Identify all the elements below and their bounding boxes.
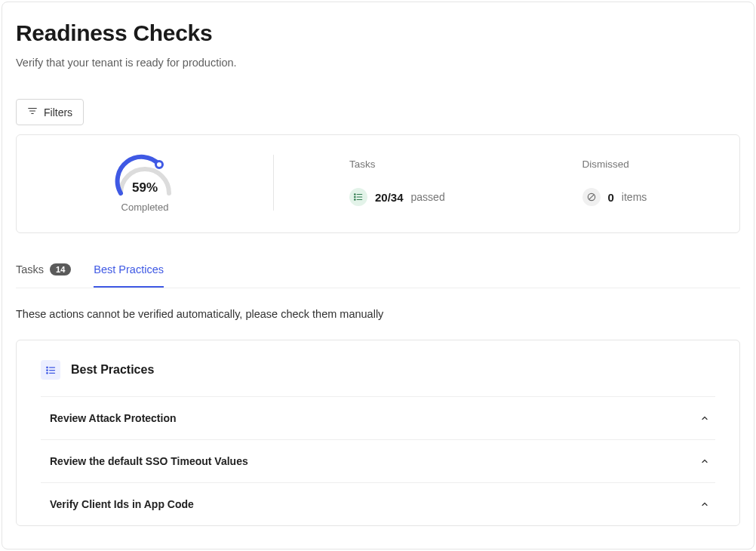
list-icon [41, 360, 60, 380]
chevron-up-icon [697, 454, 712, 469]
gauge-arc-icon [111, 152, 179, 197]
best-practices-description: These actions cannot be verified automat… [16, 308, 740, 320]
tab-tasks-label: Tasks [16, 263, 44, 276]
filters-label: Filters [44, 106, 72, 119]
list-item-label: Verify Client Ids in App Code [50, 498, 194, 510]
svg-point-3 [156, 162, 163, 168]
tasks-stat-label: Tasks [349, 159, 507, 170]
svg-point-17 [46, 372, 48, 374]
dismissed-stat-label: Dismissed [582, 159, 740, 170]
svg-point-15 [46, 367, 48, 368]
chevron-up-icon [697, 411, 712, 426]
svg-point-16 [46, 369, 48, 371]
svg-point-7 [355, 194, 355, 195]
svg-line-11 [589, 195, 593, 199]
chevron-up-icon [697, 497, 712, 512]
tasks-stat: Tasks 20/34 passed [274, 159, 507, 206]
list-item[interactable]: Verify Client Ids in App Code [41, 482, 715, 525]
tabs: Tasks 14 Best Practices [16, 263, 740, 288]
completed-label: Completed [121, 202, 169, 213]
list-item-label: Review Attack Protection [50, 412, 177, 424]
tab-best-label: Best Practices [94, 263, 164, 276]
dismissed-stat-value: 0 [608, 191, 614, 204]
tasks-stat-unit: passed [411, 191, 445, 203]
best-practices-card: Best Practices Review Attack Protection … [16, 340, 740, 526]
tasks-stat-value: 20/34 [375, 191, 404, 204]
dismissed-stat-unit: items [622, 191, 647, 203]
best-practices-section-title: Best Practices [71, 363, 154, 377]
list-item[interactable]: Review the default SSO Timeout Values [41, 439, 715, 482]
page-subtitle: Verify that your tenant is ready for pro… [16, 57, 740, 69]
dismissed-stat: Dismissed 0 items [507, 159, 740, 206]
completed-gauge: 59% Completed [17, 152, 273, 213]
ban-icon [582, 188, 601, 206]
svg-point-9 [355, 199, 355, 200]
list-icon [349, 188, 367, 206]
filters-button[interactable]: Filters [16, 99, 84, 125]
summary-card: 59% Completed Tasks 20/34 passed Dismiss… [16, 134, 740, 233]
list-item-label: Review the default SSO Timeout Values [50, 455, 248, 467]
tab-best-practices[interactable]: Best Practices [94, 263, 164, 288]
tab-tasks[interactable]: Tasks 14 [16, 263, 71, 288]
page-title: Readiness Checks [16, 20, 740, 46]
list-item[interactable]: Review Attack Protection [41, 396, 715, 439]
svg-point-8 [355, 196, 355, 197]
tab-tasks-badge: 14 [50, 263, 71, 276]
filter-icon [27, 106, 38, 119]
